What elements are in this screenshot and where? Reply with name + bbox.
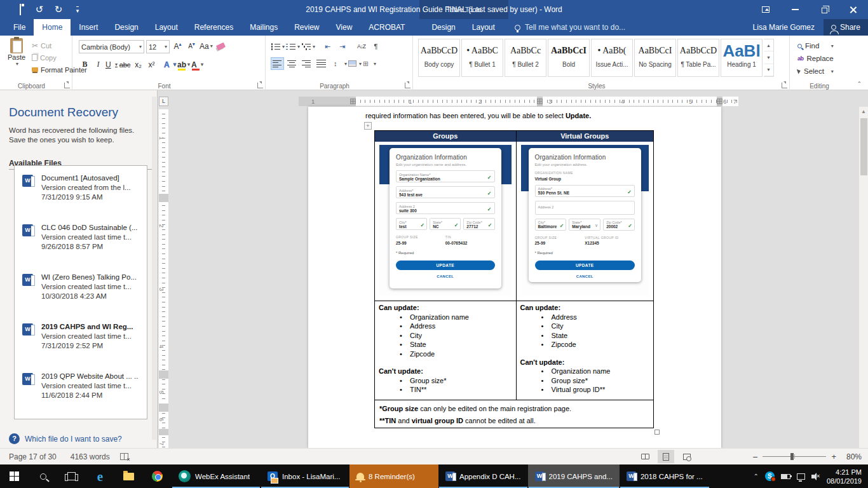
align-right-button[interactable]	[300, 57, 313, 70]
superscript-button[interactable]: x²	[146, 58, 158, 71]
horizontal-ruler[interactable]: 1 1 2 3 4 5 6 7	[299, 97, 738, 106]
justify-button[interactable]	[315, 57, 328, 70]
select-button[interactable]: Select▾	[797, 65, 834, 78]
sort-button[interactable]: A↓Z	[355, 40, 368, 53]
paragraph-dialog-launcher[interactable]	[405, 83, 410, 88]
document-scrollbar[interactable]: ▲	[858, 107, 868, 448]
which-file-help-link[interactable]: ? Which file do I want to save?	[9, 433, 122, 444]
subscript-button[interactable]: x₂	[132, 58, 144, 71]
table-resize-handle[interactable]	[654, 430, 660, 435]
tab-layout[interactable]: Layout	[147, 19, 186, 36]
underline-button[interactable]: U▾	[105, 58, 118, 71]
vertical-ruler[interactable]: 1 2 3 4 5 6 7	[159, 109, 168, 448]
skype-tray-icon[interactable]: S	[765, 471, 775, 481]
groups-update-list-cell[interactable]: Can update: Organization name Address Ci…	[375, 301, 517, 400]
print-layout-button[interactable]	[658, 450, 674, 463]
shrink-font-button[interactable]: A▾	[186, 40, 198, 52]
tab-table-layout[interactable]: Layout	[464, 19, 503, 36]
zoom-slider-thumb[interactable]	[790, 453, 794, 460]
city-field[interactable]: City* Baltimore	[535, 219, 567, 231]
style-no-spacing[interactable]: AaBbCcI No Spacing	[634, 39, 676, 77]
tab-home[interactable]: Home	[34, 19, 71, 36]
address2-field[interactable]: Address 2 suite 300	[396, 202, 495, 214]
bold-button[interactable]: B	[79, 58, 91, 71]
styles-scroll-up-icon[interactable]: ▲	[764, 39, 773, 51]
file-item-2019-cahps[interactable]: W 2019 CAHPS and WI Reg... Version creat…	[15, 315, 147, 364]
taskbar-word-2018-cahps[interactable]: W 2018 CAHPS for ...	[620, 464, 710, 488]
tab-view[interactable]: View	[328, 19, 361, 36]
tell-me-box[interactable]: Tell me what you want to do...	[515, 19, 625, 36]
font-dialog-launcher[interactable]	[257, 83, 263, 88]
borders-button[interactable]: ⊞▾	[363, 57, 376, 70]
taskbar-word-2019-cahps[interactable]: W 2019 CAHPS and...	[528, 464, 620, 488]
file-item-clc046[interactable]: W CLC 046 DoD Sustainable (... Version c…	[15, 215, 147, 265]
share-button[interactable]: Share	[824, 19, 868, 36]
find-button[interactable]: Find▾	[797, 39, 834, 52]
task-view-button[interactable]	[57, 464, 86, 488]
virtual-groups-update-list-cell[interactable]: Can update: Address City State Zipcode C…	[517, 301, 654, 400]
multilevel-list-button[interactable]: ▾	[301, 40, 315, 53]
file-item-2019-qpp[interactable]: W 2019 QPP Website About ... .. Version …	[15, 364, 147, 414]
taskbar-word-appendix[interactable]: W Appendix D CAH...	[438, 464, 528, 488]
web-layout-button[interactable]	[679, 450, 695, 463]
align-left-button[interactable]	[271, 57, 284, 70]
style-bullet-2[interactable]: AaBbCc ¶ Bullet 2	[505, 39, 546, 77]
user-name[interactable]: Lisa Marie Gomez	[753, 23, 815, 32]
address-field[interactable]: Address* 543 test ave	[396, 186, 495, 198]
state-select[interactable]: State* Maryland	[569, 219, 600, 231]
strikethrough-button[interactable]: abc	[119, 58, 131, 71]
style-issue-action[interactable]: • AaBb( Issue Acti...	[591, 39, 633, 77]
proofing-status-icon[interactable]	[120, 453, 128, 460]
taskbar-search-button[interactable]	[29, 464, 57, 488]
restore-button[interactable]	[810, 0, 839, 19]
style-table-paragraph[interactable]: AaBbCcD ¶ Table Pa...	[677, 39, 719, 77]
tab-insert[interactable]: Insert	[71, 19, 106, 36]
tab-mailings[interactable]: Mailings	[241, 19, 286, 36]
taskbar-webex[interactable]: WebEx Assistant	[172, 464, 261, 488]
font-size-combobox[interactable]: 12▾	[146, 40, 170, 53]
table-column-marker[interactable]	[717, 98, 722, 104]
line-spacing-button[interactable]: ↕▾	[334, 57, 347, 70]
highlight-button[interactable]: ab▾	[177, 58, 190, 71]
collapse-ribbon-icon[interactable]: ⌃	[857, 81, 862, 87]
styles-dialog-launcher[interactable]	[782, 83, 787, 88]
cancel-button[interactable]: CANCEL	[396, 274, 495, 278]
org-name-field[interactable]: Organization Name* Sample Organization	[396, 170, 495, 182]
speaker-muted-icon[interactable]: ✕	[811, 473, 820, 480]
style-heading-1[interactable]: AaBl Heading 1	[721, 39, 763, 77]
table-footnotes-cell[interactable]: *Group size can only be edited on the ma…	[375, 400, 653, 428]
clear-formatting-button[interactable]	[215, 40, 227, 52]
zip-field[interactable]: Zip Code* 27712	[463, 218, 494, 230]
style-body-copy[interactable]: AaBbCcD Body copy	[418, 39, 460, 77]
zoom-in-icon[interactable]: +	[831, 452, 836, 461]
italic-button[interactable]: I	[92, 58, 104, 71]
zoom-out-icon[interactable]: −	[752, 452, 757, 462]
clipboard-dialog-launcher[interactable]	[64, 83, 70, 88]
battery-icon[interactable]	[781, 474, 790, 479]
tab-table-design[interactable]: Design	[423, 19, 463, 36]
shading-button[interactable]: ▾	[348, 57, 362, 70]
styles-more-icon[interactable]: ▼	[764, 64, 773, 76]
text-effects-button[interactable]: A▾	[164, 58, 176, 71]
bullets-button[interactable]: ▾	[271, 40, 285, 53]
scrollbar-thumb[interactable]	[860, 118, 867, 175]
table-column-marker[interactable]	[350, 98, 356, 104]
paste-dropdown-icon[interactable]: ▾	[3, 61, 31, 67]
chrome-button[interactable]	[143, 464, 172, 488]
document-page[interactable]: required information has been entered, y…	[308, 107, 721, 448]
file-item-document1[interactable]: W Document1 [Autosaved] Version created …	[15, 166, 147, 215]
show-hide-pilcrow-button[interactable]: ¶	[369, 40, 383, 53]
edge-button[interactable]: e	[86, 464, 114, 488]
word-count[interactable]: 4163 words	[71, 452, 110, 461]
show-hidden-icons-chevron[interactable]: ⌃	[754, 473, 759, 480]
city-field[interactable]: City* test	[396, 218, 427, 230]
tab-references[interactable]: References	[186, 19, 241, 36]
update-button[interactable]: UPDATE	[535, 261, 635, 270]
file-item-wi-zero-benes[interactable]: W WI (Zero Benes) Talking Po... Version …	[15, 265, 147, 315]
table-header-groups[interactable]: Groups	[375, 131, 517, 142]
start-button[interactable]	[0, 464, 29, 488]
table-move-handle[interactable]: +	[364, 122, 372, 130]
state-field[interactable]: State* NC	[430, 218, 461, 230]
tab-stop-selector[interactable]: L	[159, 97, 168, 106]
align-center-button[interactable]	[285, 57, 299, 70]
